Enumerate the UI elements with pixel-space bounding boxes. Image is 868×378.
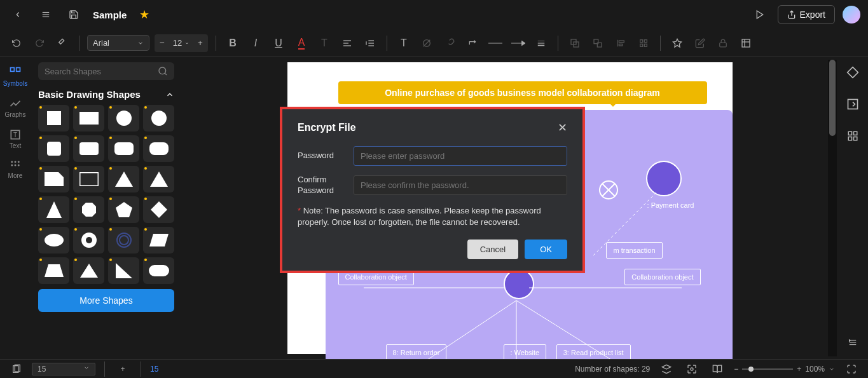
link-button[interactable] xyxy=(441,34,458,52)
undo-button[interactable] xyxy=(8,34,25,52)
shape-rndrect[interactable] xyxy=(73,135,104,162)
font-size-input[interactable]: 12 xyxy=(170,34,193,52)
shape-donut[interactable] xyxy=(73,227,104,253)
collapse-panel-icon[interactable] xyxy=(843,332,863,353)
export-button[interactable]: Export xyxy=(778,5,835,24)
svg-rect-25 xyxy=(619,44,622,46)
group-button[interactable] xyxy=(566,34,584,52)
svg-rect-27 xyxy=(644,39,647,42)
shape-rndsq[interactable] xyxy=(38,135,69,162)
svg-rect-81 xyxy=(848,100,858,109)
zoom-out[interactable]: − xyxy=(734,365,738,374)
shape-circle[interactable] xyxy=(108,105,139,132)
shape-pentagon[interactable] xyxy=(108,196,139,223)
back-button[interactable] xyxy=(8,4,28,25)
shape-frame[interactable] xyxy=(73,166,104,192)
fill-panel-icon[interactable] xyxy=(843,62,863,83)
rail-graphs[interactable]: Graphs xyxy=(1,93,29,122)
line-weight-button[interactable] xyxy=(532,34,550,52)
shape-tri2[interactable] xyxy=(143,166,174,192)
font-color-button[interactable]: A xyxy=(293,34,310,52)
shape-snip[interactable] xyxy=(38,166,69,192)
shape-rndrect2[interactable] xyxy=(108,135,139,162)
grid-panel-icon[interactable] xyxy=(843,126,863,146)
password-input[interactable] xyxy=(354,146,567,166)
svg-rect-36 xyxy=(17,68,20,72)
align-button[interactable] xyxy=(338,34,356,52)
underline-button[interactable]: U xyxy=(270,34,287,52)
export-panel-icon[interactable] xyxy=(843,94,863,114)
save-button[interactable] xyxy=(64,4,84,25)
close-icon[interactable]: ✕ xyxy=(558,121,567,135)
shape-tri[interactable] xyxy=(108,166,139,192)
play-button[interactable] xyxy=(750,4,770,25)
divider xyxy=(216,36,216,51)
search-input[interactable] xyxy=(45,67,158,76)
shape-octagon[interactable] xyxy=(73,196,104,223)
table-button[interactable] xyxy=(737,34,755,52)
focus-icon[interactable] xyxy=(683,360,701,378)
line-height-button[interactable] xyxy=(361,34,379,52)
rail-more[interactable]: More xyxy=(1,156,29,183)
align-shapes-button[interactable] xyxy=(612,34,630,52)
zoom-value[interactable]: 100% xyxy=(805,365,825,374)
font-family-select[interactable]: Arial xyxy=(87,35,149,51)
shape-diamond[interactable] xyxy=(143,196,174,223)
fullscreen-icon[interactable] xyxy=(843,360,860,378)
line-arrow-button[interactable] xyxy=(509,34,527,52)
svg-rect-84 xyxy=(848,137,851,140)
menu-button[interactable] xyxy=(36,4,56,25)
shapes-section-header[interactable]: Basic Drawing Shapes xyxy=(38,80,174,105)
font-size-decrease[interactable]: − xyxy=(155,34,170,52)
edit-button[interactable] xyxy=(691,34,709,52)
font-size-increase[interactable]: + xyxy=(193,34,208,52)
format-painter-button[interactable] xyxy=(53,34,71,52)
search-shapes[interactable] xyxy=(38,62,174,80)
add-page-button[interactable]: + xyxy=(114,360,132,378)
effects-button[interactable] xyxy=(668,34,686,52)
page-select[interactable]: 15 xyxy=(32,363,95,375)
shape-square[interactable] xyxy=(38,105,69,132)
zoom-slider[interactable] xyxy=(742,368,793,370)
zoom-in[interactable]: + xyxy=(797,365,801,374)
shape-rndrect3[interactable] xyxy=(143,135,174,162)
line-style-button[interactable] xyxy=(486,34,504,52)
rail-symbols[interactable]: Symbols xyxy=(1,62,29,91)
connector-button[interactable] xyxy=(464,34,481,52)
shape-parallel[interactable] xyxy=(143,227,174,253)
text-tool-button[interactable]: T xyxy=(395,34,413,52)
shape-tri3[interactable] xyxy=(38,196,69,223)
book-icon[interactable] xyxy=(708,360,726,378)
page-current[interactable]: 15 xyxy=(150,365,158,374)
confirm-input[interactable] xyxy=(354,175,567,195)
svg-rect-35 xyxy=(11,68,15,72)
shape-ellipse[interactable] xyxy=(38,227,69,253)
shape-pill[interactable] xyxy=(143,257,174,284)
shape-trapezoid[interactable] xyxy=(38,257,69,284)
payment-node[interactable] xyxy=(646,161,682,196)
ok-button[interactable]: OK xyxy=(525,240,567,259)
italic-button[interactable]: I xyxy=(247,34,265,52)
layers-icon[interactable] xyxy=(658,360,675,378)
ungroup-button[interactable] xyxy=(589,34,607,52)
shape-tri4[interactable] xyxy=(73,257,104,284)
shape-rtri[interactable] xyxy=(108,257,139,284)
text-effects-button[interactable]: T xyxy=(315,34,333,52)
shape-fill-button[interactable] xyxy=(418,34,436,52)
more-shapes-button[interactable]: More Shapes xyxy=(38,289,174,312)
bold-button[interactable]: B xyxy=(224,34,242,52)
star-icon[interactable]: ★ xyxy=(139,8,149,22)
shape-circle2[interactable] xyxy=(143,105,174,132)
scrollbar-thumb[interactable] xyxy=(829,60,836,136)
rail-text[interactable]: TText xyxy=(1,125,29,153)
redo-button[interactable] xyxy=(31,34,48,52)
distribute-button[interactable] xyxy=(635,34,652,52)
lock-button[interactable] xyxy=(714,34,732,52)
cancel-button[interactable]: Cancel xyxy=(467,240,518,259)
center-node[interactable] xyxy=(504,269,534,299)
vertical-scrollbar[interactable] xyxy=(828,60,837,356)
avatar[interactable] xyxy=(843,6,860,24)
pages-icon[interactable] xyxy=(8,360,25,378)
shape-ring[interactable] xyxy=(108,227,139,253)
shape-rect[interactable] xyxy=(73,105,104,132)
